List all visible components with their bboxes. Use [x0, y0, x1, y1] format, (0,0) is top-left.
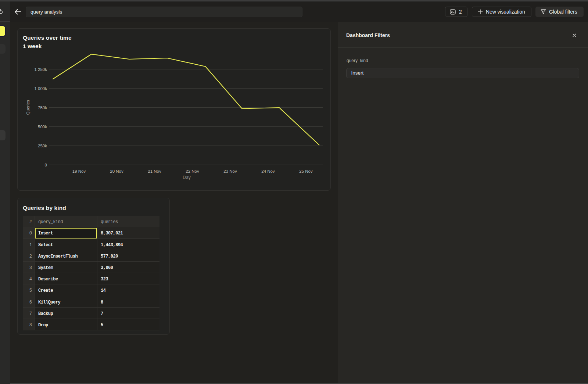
svg-text:1 250k: 1 250k — [34, 67, 47, 72]
svg-text:250k: 250k — [38, 144, 47, 148]
svg-text:24 Nov: 24 Nov — [261, 169, 275, 173]
svg-text:22 Nov: 22 Nov — [186, 169, 199, 173]
svg-text:Queries: Queries — [26, 100, 30, 115]
svg-text:0: 0 — [45, 163, 47, 167]
svg-text:750k: 750k — [38, 105, 47, 110]
svg-text:1 000k: 1 000k — [34, 86, 47, 91]
svg-text:Day: Day — [183, 175, 190, 180]
svg-text:23 Nov: 23 Nov — [223, 169, 237, 173]
svg-text:20 Nov: 20 Nov — [110, 169, 123, 173]
svg-text:21 Nov: 21 Nov — [148, 169, 161, 173]
svg-text:19 Nov: 19 Nov — [72, 169, 86, 173]
svg-text:25 Nov: 25 Nov — [299, 169, 313, 173]
svg-text:500k: 500k — [38, 125, 47, 129]
